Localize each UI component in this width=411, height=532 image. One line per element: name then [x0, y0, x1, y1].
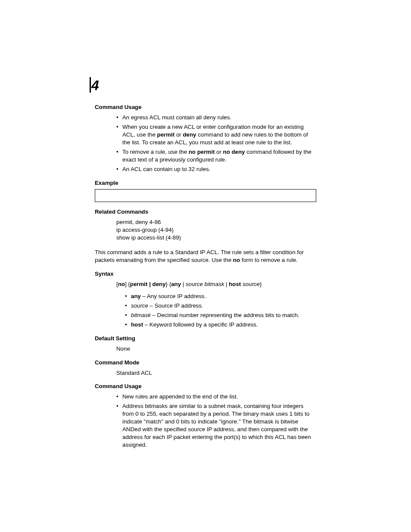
- keyword-permit: permit: [157, 131, 175, 138]
- keyword-any: any: [131, 293, 141, 299]
- keyword-any: any: [171, 281, 181, 287]
- text: ] {: [125, 281, 130, 287]
- param-source: source: [131, 302, 148, 309]
- list-item: To remove a rule, use the no permit or n…: [116, 148, 316, 164]
- heading-command-usage-2: Command Usage: [95, 383, 316, 390]
- text: – Source IP address.: [148, 302, 203, 309]
- keyword-host: host: [131, 321, 143, 328]
- chapter-number: 4: [90, 78, 98, 94]
- text: } {: [166, 281, 171, 287]
- heading-syntax: Syntax: [95, 270, 316, 278]
- text: – Decimal number representing the addres…: [151, 312, 299, 318]
- keyword-no-deny: no deny: [223, 149, 245, 155]
- heading-default-setting: Default Setting: [95, 335, 316, 342]
- related-command-item: show ip access-list (4-89): [116, 234, 316, 242]
- param-source-bitmask: source bitmask: [186, 281, 224, 287]
- keyword-no: no: [118, 281, 125, 287]
- keyword-host: host: [229, 281, 241, 287]
- default-setting-value: None: [116, 345, 316, 353]
- list-item: An ACL can contain up to 32 rules.: [116, 165, 316, 173]
- command-description: This command adds a rule to a Standard I…: [95, 249, 316, 264]
- heading-related-commands: Related Commands: [95, 208, 316, 216]
- text: |: [224, 281, 229, 287]
- heading-command-usage-1: Command Usage: [95, 103, 316, 111]
- text: or: [215, 149, 223, 155]
- text: form to remove a rule.: [240, 257, 298, 263]
- text: To remove a rule, use the: [122, 149, 189, 155]
- keyword-no-permit: no permit: [189, 149, 215, 155]
- list-item: host – Keyword followed by a specific IP…: [125, 321, 316, 329]
- list-item: Address bitmasks are similar to a subnet…: [116, 402, 316, 449]
- heading-example: Example: [95, 179, 316, 187]
- page-content: Command Usage An egress ACL must contain…: [95, 103, 316, 449]
- related-commands-list: permit, deny 4-86 ip access-group (4-94)…: [116, 218, 316, 242]
- command-usage-list-2: New rules are appended to the end of the…: [116, 393, 316, 449]
- list-item: source – Source IP address.: [125, 302, 316, 310]
- related-command-item: permit, deny 4-86: [116, 218, 316, 226]
- text: – Any source IP address.: [141, 293, 206, 299]
- text: or: [174, 131, 183, 138]
- example-box: [95, 189, 316, 202]
- list-item: New rules are appended to the end of the…: [116, 393, 316, 401]
- text: }: [260, 281, 262, 287]
- command-usage-list-1: An egress ACL must contain all deny rule…: [116, 114, 316, 173]
- syntax-line: [no] {permit | deny} {any | source bitma…: [116, 280, 316, 288]
- keyword-permit-deny: permit | deny: [130, 281, 166, 287]
- text: |: [181, 281, 186, 287]
- text: – Keyword followed by a specific IP addr…: [143, 321, 258, 328]
- keyword-no: no: [233, 257, 240, 263]
- list-item: any – Any source IP address.: [125, 292, 316, 300]
- param-source: source: [243, 281, 260, 287]
- list-item: bitmask – Decimal number representing th…: [125, 311, 316, 319]
- heading-command-mode: Command Mode: [95, 359, 316, 367]
- command-mode-value: Standard ACL: [116, 369, 316, 377]
- list-item: When you create a new ACL or enter confi…: [116, 123, 316, 146]
- related-command-item: ip access-group (4-94): [116, 226, 316, 234]
- param-bitmask: bitmask: [131, 312, 151, 318]
- keyword-deny: deny: [183, 131, 196, 138]
- list-item: An egress ACL must contain all deny rule…: [116, 114, 316, 121]
- syntax-params-list: any – Any source IP address. source – So…: [125, 292, 316, 329]
